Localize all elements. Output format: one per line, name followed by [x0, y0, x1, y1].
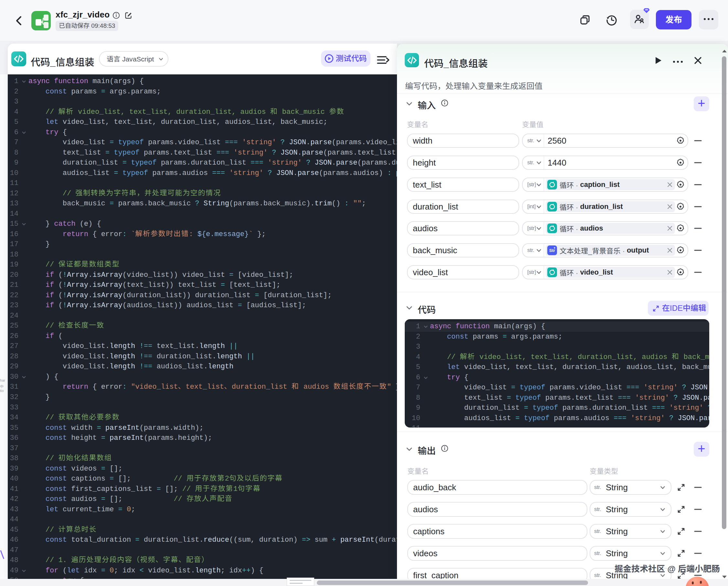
svg-text:Str: Str	[549, 248, 555, 253]
